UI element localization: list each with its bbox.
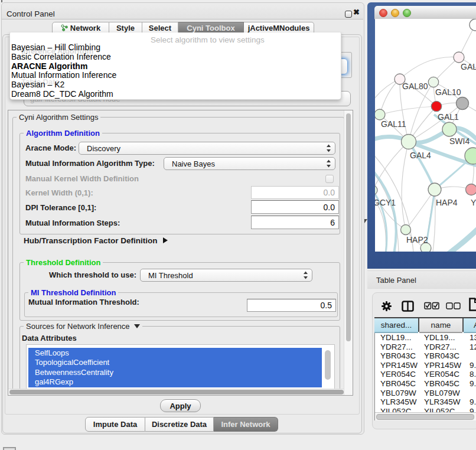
- tab-network[interactable]: Network: [52, 22, 109, 34]
- dpi-tolerance-field[interactable]: 0.0: [251, 200, 339, 214]
- hub-definition-toggle[interactable]: Hub/Transcription Factor Definition: [24, 236, 168, 245]
- node-gcy1[interactable]: [375, 185, 377, 195]
- table-row[interactable]: YBR043CYBR043C: [374, 351, 476, 361]
- sources-title-text: Sources for Network Inference: [26, 322, 130, 331]
- float-window-icon[interactable]: [345, 11, 352, 18]
- column-header-shared-name[interactable]: shared...: [374, 318, 418, 333]
- network-window-titlebar[interactable]: [374, 6, 476, 19]
- tab-select[interactable]: Select: [142, 22, 178, 34]
- manual-kernel-checkbox[interactable]: [325, 175, 334, 183]
- network-highlight-edges: [375, 115, 476, 252]
- popup-item-aracne[interactable]: ARACNE Algorithm: [11, 61, 87, 71]
- column-layout-icon[interactable]: [402, 301, 414, 312]
- node[interactable]: [466, 184, 476, 195]
- tab-jactivemnodules[interactable]: jActiveMNodules: [244, 22, 314, 34]
- table-row[interactable]: YBL079WYBL079W: [374, 389, 476, 398]
- table-row[interactable]: YLR345WYLR345W9.: [374, 397, 476, 407]
- table-row[interactable]: YPR145WYPR145W9.: [374, 361, 476, 370]
- mi-threshold-field[interactable]: 0.5: [247, 299, 336, 312]
- cell-value: 9.: [470, 397, 476, 406]
- group-title: Sources for Network Inference: [24, 322, 142, 331]
- cell-name: YER054C: [424, 370, 459, 379]
- node-label: HAP2: [406, 235, 428, 244]
- cell-shared-name: YLR345W: [380, 397, 417, 406]
- combo-value: Discovery: [87, 144, 120, 153]
- cell-name: YBR045C: [424, 379, 459, 388]
- which-threshold-label: Which threshold to use:: [49, 270, 135, 279]
- node[interactable]: [428, 77, 438, 87]
- cyni-bottom-tabs: Impute Data Discretize Data Infer Networ…: [85, 417, 278, 431]
- mi-type-combo[interactable]: Naive Bayes: [164, 157, 335, 170]
- tab-discretize-data[interactable]: Discretize Data: [145, 417, 214, 432]
- list-item-topologicalcoefficient[interactable]: TopologicalCoefficient: [28, 357, 322, 367]
- list-scrollbar-thumb[interactable]: [325, 350, 331, 380]
- combo-updown-icon: [326, 144, 331, 152]
- combo-updown-icon: [326, 159, 331, 168]
- algorithm-dropdown-popup: Inference Algorithm Table Data Select al…: [9, 32, 341, 100]
- popup-item-basic-correlation[interactable]: Basic Correlation Inference: [11, 52, 111, 61]
- which-threshold-combo[interactable]: MI Threshold: [140, 269, 312, 282]
- docked-window-icon[interactable]: [3, 447, 16, 450]
- control-panel-tabs: Network Style Select Cyni Toolbox jActiv…: [52, 22, 314, 32]
- popup-item-bayesian-k2[interactable]: Bayesian – K2: [11, 80, 64, 89]
- dpi-tolerance-label: DPI Tolerance [0,1]:: [25, 203, 96, 212]
- node[interactable]: [454, 52, 464, 63]
- horizontal-scrollbar-thumb[interactable]: [9, 390, 344, 394]
- tab-cyni-toolbox[interactable]: Cyni Toolbox: [178, 22, 244, 34]
- column-header-name[interactable]: name: [419, 318, 462, 333]
- apply-button[interactable]: Apply: [160, 399, 201, 412]
- vertical-scrollbar-thumb[interactable]: [346, 113, 351, 341]
- cell-name: YDR27...: [424, 343, 457, 351]
- node-gal1[interactable]: [431, 101, 441, 111]
- select-all-checkbox-icon[interactable]: [424, 302, 439, 309]
- control-panel-titlebar[interactable]: Control Panel ✖: [2, 3, 363, 19]
- tab-infer-network[interactable]: Infer Network: [214, 417, 278, 432]
- minimize-traffic-light[interactable]: [391, 9, 399, 17]
- popup-item-bayesian-hill-climbing[interactable]: Bayesian – Hill Climbing: [11, 43, 100, 52]
- table-row[interactable]: YDR27...YDR27...12: [374, 343, 476, 352]
- group-title: Cyni Algorithm Settings: [17, 113, 100, 122]
- node[interactable]: [470, 19, 476, 31]
- table-panel-titlebar[interactable]: Table Panel: [367, 270, 476, 289]
- cell-value: 8.: [470, 370, 476, 379]
- popup-item-mutual-information[interactable]: Mutual Information Inference: [11, 70, 116, 80]
- cell-name: YPR145W: [424, 361, 461, 370]
- table-row[interactable]: YER054CYER054C8.: [374, 370, 476, 379]
- mi-threshold-label: Mutual Information Threshold:: [28, 298, 139, 306]
- node-hap4[interactable]: [428, 183, 441, 196]
- table-hscrollbar-thumb[interactable]: [376, 414, 474, 420]
- zoom-traffic-light[interactable]: [403, 9, 411, 17]
- table-row[interactable]: YDL19...YDL19...13: [374, 333, 476, 343]
- popup-item-dream8[interactable]: Dream8 DC_TDC Algorithm: [11, 89, 113, 99]
- tab-label: Style: [116, 24, 135, 32]
- close-traffic-light[interactable]: [379, 9, 387, 17]
- deselect-checkbox-icon[interactable]: [446, 302, 461, 309]
- list-item-selfloops[interactable]: SelfLoops: [28, 348, 322, 358]
- document-icon[interactable]: [469, 298, 476, 311]
- node-gal4[interactable]: [402, 135, 416, 149]
- network-canvas[interactable]: GAL GAL80 GAL10 GAL1 GAL11 GAL4 SWI4 GCY…: [375, 19, 476, 252]
- tab-label: Select: [149, 24, 171, 32]
- node-gal10[interactable]: [457, 97, 469, 110]
- tab-style[interactable]: Style: [109, 22, 142, 34]
- column-header-partial[interactable]: A: [464, 318, 476, 333]
- close-icon[interactable]: ✖: [353, 8, 360, 17]
- mi-steps-field[interactable]: 6: [251, 216, 339, 229]
- cell-value: 9.: [470, 379, 476, 388]
- list-item-gal4rgexp[interactable]: gal4RGexp: [28, 377, 322, 387]
- table-row[interactable]: YBR045CYBR045C9.: [374, 379, 476, 389]
- node-swi4[interactable]: [442, 122, 457, 136]
- node-hap2[interactable]: [401, 225, 411, 235]
- data-attributes-list[interactable]: SelfLoops TopologicalCoefficient Between…: [26, 344, 335, 389]
- cell-shared-name: YDL19...: [380, 333, 412, 342]
- node-gal11[interactable]: [375, 109, 385, 120]
- settings-gear-icon[interactable]: [382, 301, 392, 311]
- data-attributes-label: Data Attributes: [22, 334, 77, 343]
- tab-impute-data[interactable]: Impute Data: [85, 417, 145, 432]
- kernel-width-field[interactable]: 0.0: [251, 186, 339, 199]
- network-graph: GAL GAL80 GAL10 GAL1 GAL11 GAL4 SWI4 GCY…: [375, 19, 476, 252]
- node-label: HAP4: [436, 198, 458, 207]
- aracne-mode-combo[interactable]: Discovery: [79, 142, 335, 155]
- node-label: GAL10: [435, 87, 461, 97]
- list-item-betweennesscentrality[interactable]: BetweennessCentrality: [28, 367, 322, 377]
